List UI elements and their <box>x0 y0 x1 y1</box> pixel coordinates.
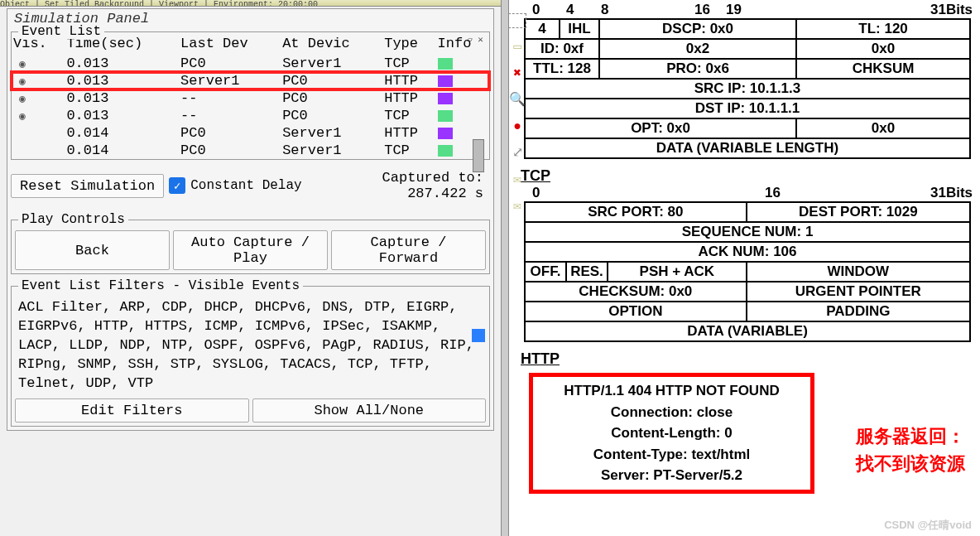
event-list-box: Event List Vis.Time(sec)Last DevAt Devic… <box>11 31 490 160</box>
eye-icon: ◉ <box>13 92 31 105</box>
color-swatch <box>438 110 453 122</box>
eye-icon: ◉ <box>13 109 31 123</box>
reset-simulation-button[interactable]: Reset Simulation <box>11 174 164 198</box>
http-line: Server: PT-Server/5.2 <box>533 465 810 486</box>
color-swatch <box>438 93 453 104</box>
edit-filters-button[interactable]: Edit Filters <box>15 398 249 423</box>
table-row[interactable]: ◉0.013--PC0HTTP <box>12 89 489 107</box>
show-all-none-button[interactable]: Show All/None <box>252 398 487 423</box>
event-list-legend: Event List <box>18 24 104 39</box>
tcp-header-table: SRC PORT: 80DEST PORT: 1029 SEQUENCE NUM… <box>524 201 971 342</box>
back-button[interactable]: Back <box>15 230 170 270</box>
http-line: Content-Length: 0 <box>533 423 810 444</box>
annotation-text: 服务器返回：找不到该资源 <box>856 423 965 477</box>
constant-delay-checkbox[interactable]: ✓ <box>169 177 185 194</box>
table-row[interactable]: ◉0.013PC0Server1TCP <box>12 55 489 72</box>
http-line: HTTP/1.1 404 HTTP NOT FOUND <box>533 380 810 402</box>
bit-label: 0 <box>532 2 540 18</box>
captured-to-value: 287.422 s <box>382 186 483 201</box>
delete-icon[interactable]: ✖ <box>508 66 526 81</box>
filters-text: ACL Filter, ARP, CDP, DHCP, DHCPv6, DNS,… <box>15 297 486 395</box>
play-controls-legend: Play Controls <box>18 212 128 227</box>
http-line: Content-Type: text/html <box>533 444 810 466</box>
record-icon[interactable]: ● <box>508 119 526 134</box>
table-row[interactable]: ◉0.013Server1PC0HTTP <box>12 72 489 89</box>
event-table: Vis.Time(sec)Last DevAt DevicTypeInfo ◉0… <box>12 32 489 159</box>
side-toolbar: ▭ ✖ 🔍 ● ⤢ ✉ ✉ <box>505 13 530 214</box>
bit-label: 16 <box>694 2 710 18</box>
table-row[interactable]: 0.014PC0Server1HTTP <box>12 124 489 142</box>
play-controls-box: Play Controls Back Auto Capture / Play C… <box>11 220 490 274</box>
http-response-box: HTTP/1.1 404 HTTP NOT FOUNDConnection: c… <box>529 373 814 494</box>
bit-label: 4 <box>566 2 574 18</box>
watermark: CSDN @任晴void <box>884 518 972 533</box>
color-swatch <box>438 75 453 87</box>
bit-label: 31Bits <box>930 2 973 18</box>
bit-label: 16 <box>765 185 781 201</box>
col-header: Type <box>382 32 435 55</box>
color-swatch <box>438 128 453 139</box>
bit-label: 0 <box>532 185 540 201</box>
inspect-icon[interactable]: 🔍 <box>508 93 526 108</box>
eye-icon: ◉ <box>13 57 31 70</box>
bit-label: 8 <box>601 2 608 18</box>
note-icon[interactable]: ▭ <box>508 40 526 55</box>
bit-label: 31Bits <box>930 185 973 201</box>
col-header: At Devic <box>281 32 382 55</box>
tcp-label: TCP <box>521 167 972 185</box>
color-swatch <box>438 145 453 157</box>
captured-to-label: Captured to: <box>382 170 483 186</box>
ip-header-table: 4IHLDSCP: 0x0TL: 120 ID: 0xf0x20x0 TTL: … <box>524 18 971 159</box>
constant-delay-label: Constant Delay <box>190 178 301 193</box>
http-label: HTTP <box>521 350 972 368</box>
http-line: Connection: close <box>533 402 810 423</box>
table-row[interactable]: 0.014PC0Server1TCP <box>12 142 489 159</box>
capture-forward-button[interactable]: Capture / Forward <box>331 230 486 270</box>
auto-capture-button[interactable]: Auto Capture / Play <box>173 230 328 270</box>
col-header: Last Dev <box>179 32 281 55</box>
eye-icon: ◉ <box>13 75 31 88</box>
filters-legend: Event List Filters - Visible Events <box>18 278 303 293</box>
simulation-panel: Simulation Panel ▱ ✕ Event List Vis.Time… <box>7 8 494 431</box>
top-menu-strip: Object | Set Tiled Background | Viewport… <box>0 0 501 7</box>
bit-label: 19 <box>726 2 742 18</box>
color-swatch <box>438 58 453 70</box>
resize-icon[interactable]: ⤢ <box>508 146 526 161</box>
filters-box: Event List Filters - Visible Events ACL … <box>11 286 490 427</box>
col-header: Info <box>436 32 489 55</box>
table-row[interactable]: ◉0.013--PC0TCP <box>12 107 489 124</box>
